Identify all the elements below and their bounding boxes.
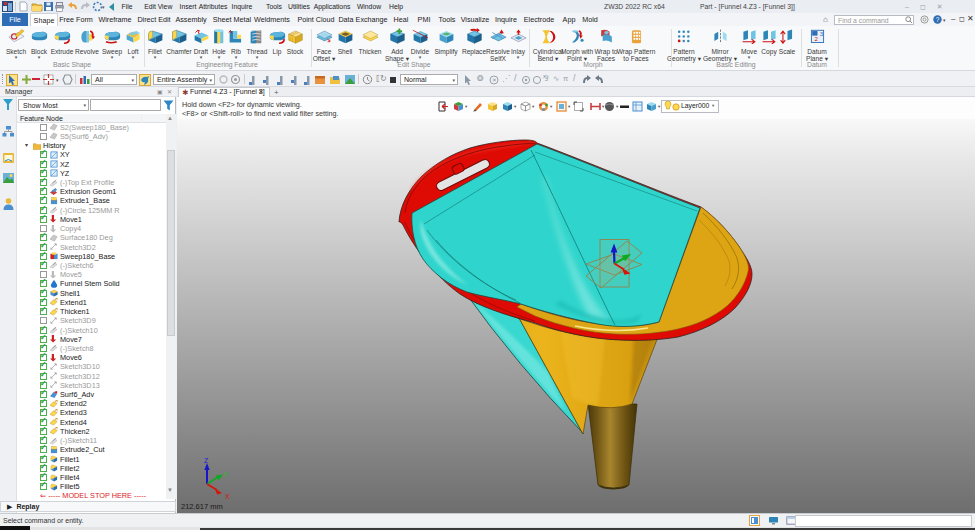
svg-text:Y: Y [224,471,229,478]
svg-text:Z: Z [204,457,209,464]
svg-text:?: ? [936,16,940,23]
svg-text:X: X [225,493,230,500]
